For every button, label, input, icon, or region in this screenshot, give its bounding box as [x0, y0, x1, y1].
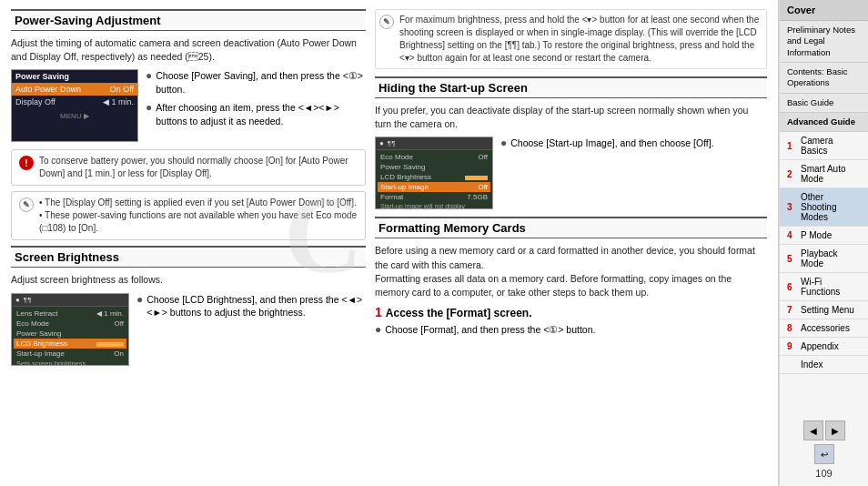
- bullet-item-1: ● Choose [Power Saving], and then press …: [146, 69, 366, 96]
- section-brightness-title: Screen Brightness: [11, 246, 366, 268]
- bullet-item-2: ● After choosing an item, press the <◄><…: [146, 101, 366, 127]
- sidebar-item-appendix[interactable]: 9 Appendix: [780, 338, 868, 356]
- sidebar-item-index[interactable]: Index: [780, 356, 868, 374]
- sidebar-item-setting-menu[interactable]: 7 Setting Menu: [780, 301, 868, 319]
- brightness-block: ● ¶¶ Lens Retract◀ 1 min. Eco ModeOff: [11, 293, 366, 366]
- formatting-intro: Before using a new memory card or a card…: [375, 244, 767, 299]
- hiding-startup-intro: If you prefer, you can deactivate displa…: [375, 104, 767, 131]
- sidebar-item-smart-auto[interactable]: 2 Smart Auto Mode: [780, 160, 868, 188]
- pencil-icon-1: ✎: [19, 197, 34, 212]
- section-brightness-intro: Adjust screen brightness as follows.: [11, 273, 366, 287]
- hiding-startup-title: Hiding the Start-up Screen: [375, 76, 767, 98]
- sidebar-item-wifi[interactable]: 6 Wi-Fi Functions: [780, 273, 868, 301]
- sidebar: Cover Preliminary Notes and Legal Inform…: [779, 0, 868, 486]
- power-saving-block: Power Saving Auto Power Down On Off Disp…: [11, 69, 366, 142]
- brightness-bullets: ● Choose [LCD Brightness], and then pres…: [136, 293, 366, 366]
- sidebar-nav-arrows: ◀ ▶: [803, 420, 845, 440]
- power-saving-screen: Power Saving Auto Power Down On Off Disp…: [11, 69, 138, 142]
- bullet-item-3: ● Choose [LCD Brightness], and then pres…: [136, 293, 366, 319]
- formatting-title: Formatting Memory Cards: [375, 217, 767, 238]
- main-content: C Power-Saving Adjustment Adjust the tim…: [0, 0, 779, 486]
- sidebar-navigation: ◀ ▶ ↩ 109: [780, 413, 868, 486]
- startup-bullet-1: ● Choose [Start-up Image], and then choo…: [500, 137, 767, 151]
- screen-menu-item-displayoff: Display Off ◀ 1 min.: [12, 96, 137, 108]
- hiding-startup-section: Hiding the Start-up Screen If you prefer…: [375, 76, 767, 209]
- power-saving-bullets: ● Choose [Power Saving], and then press …: [146, 69, 366, 142]
- sidebar-prelim[interactable]: Preliminary Notes and Legal Information: [780, 21, 868, 63]
- home-button[interactable]: ↩: [814, 444, 834, 464]
- sidebar-item-playback[interactable]: 5 Playback Mode: [780, 245, 868, 273]
- sidebar-item-cover[interactable]: Cover: [780, 0, 868, 21]
- notice-info-text: The [Display Off] setting is applied eve…: [39, 197, 358, 235]
- prev-page-button[interactable]: ◀: [803, 420, 823, 440]
- pencil-icon-2: ✎: [379, 15, 394, 29]
- page-number: 109: [815, 468, 832, 479]
- notice-box-info: ✎ The [Display Off] setting is applied e…: [11, 191, 366, 240]
- left-column: Power-Saving Adjustment Adjust the timin…: [11, 9, 366, 373]
- right-notice-text: For maximum brightness, press and hold t…: [399, 14, 762, 65]
- sidebar-item-camera-basics[interactable]: 1 Camera Basics: [780, 132, 868, 160]
- section-power-saving-intro: Adjust the timing of automatic camera an…: [11, 36, 366, 64]
- step-1-header: 1 Access the [Format] screen.: [375, 305, 767, 319]
- screen-menu-footer: MENU ▶: [12, 108, 137, 124]
- right-column: ✎ For maximum brightness, press and hold…: [375, 9, 767, 373]
- sidebar-item-other-shooting[interactable]: 3 Other Shooting Modes: [780, 188, 868, 227]
- startup-screen: ● ¶¶ Eco ModeOff Power Saving: [375, 137, 493, 209]
- warning-icon: !: [19, 156, 34, 170]
- screen-menu-item-autopowerdown: Auto Power Down On Off: [12, 83, 137, 96]
- sidebar-contents[interactable]: Contents: Basic Operations: [780, 63, 868, 94]
- step-1-bullet: ● Choose [Format], and then press the <①…: [375, 323, 767, 338]
- next-page-button[interactable]: ▶: [825, 420, 845, 440]
- startup-block: ● ¶¶ Eco ModeOff Power Saving: [375, 137, 767, 209]
- brightness-screen: ● ¶¶ Lens Retract◀ 1 min. Eco ModeOff: [11, 293, 129, 366]
- section-power-saving-title: Power-Saving Adjustment: [11, 9, 366, 31]
- sidebar-basic-guide[interactable]: Basic Guide: [780, 94, 868, 113]
- formatting-section: Formatting Memory Cards Before using a n…: [375, 217, 767, 338]
- sidebar-advanced-guide[interactable]: Advanced Guide: [780, 113, 868, 132]
- sidebar-item-accessories[interactable]: 8 Accessories: [780, 319, 868, 338]
- startup-bullets: ● Choose [Start-up Image], and then choo…: [500, 137, 767, 209]
- sidebar-item-pmode[interactable]: 4 P Mode: [780, 227, 868, 245]
- right-notice-brightness: ✎ For maximum brightness, press and hold…: [375, 9, 767, 69]
- notice-warning-text: To conserve battery power, you should no…: [39, 155, 358, 180]
- notice-box-warning: ! To conserve battery power, you should …: [11, 149, 366, 186]
